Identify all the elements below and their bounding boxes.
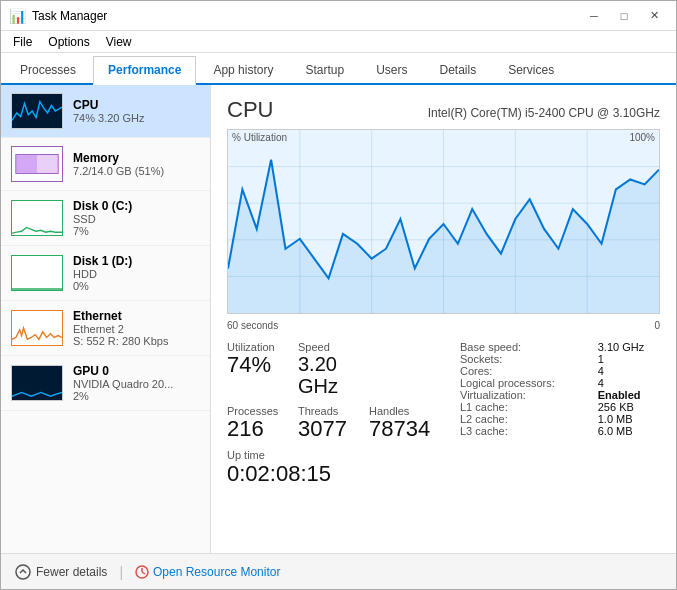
- bottom-left-stats: Utilization 74% Speed 3.20 GHz Processes…: [227, 341, 440, 487]
- footer: Fewer details | Open Resource Monitor: [1, 553, 676, 589]
- processes-stat: Processes 216: [227, 405, 298, 441]
- tab-startup[interactable]: Startup: [290, 56, 359, 83]
- sidebar-item-cpu[interactable]: CPU 74% 3.20 GHz: [1, 85, 210, 138]
- svg-point-11: [16, 565, 30, 579]
- sidebar-item-memory[interactable]: Memory 7.2/14.0 GB (51%): [1, 138, 210, 191]
- speed-value: 3.20 GHz: [298, 353, 369, 397]
- sidebar-item-gpu[interactable]: GPU 0 NVIDIA Quadro 20... 2%: [1, 356, 210, 411]
- cpu-thumbnail: [11, 93, 63, 129]
- menu-file[interactable]: File: [5, 33, 40, 51]
- handles-value: 78734: [369, 417, 440, 441]
- tab-performance[interactable]: Performance: [93, 56, 196, 85]
- base-speed-value: 3.10 GHz: [598, 341, 660, 353]
- ethernet-sub1: Ethernet 2: [73, 323, 200, 335]
- app-icon: 📊: [9, 8, 26, 24]
- base-speed-row: Base speed: 3.10 GHz: [460, 341, 660, 353]
- minimize-button[interactable]: ─: [580, 6, 608, 26]
- l2-row: L2 cache: 1.0 MB: [460, 413, 660, 425]
- virt-label: Virtualization:: [460, 389, 598, 401]
- l3-value: 6.0 MB: [598, 425, 660, 437]
- cpu-chart-svg: [228, 130, 659, 313]
- disk1-sidebar-info: Disk 1 (D:) HDD 0%: [73, 254, 200, 292]
- cpu-sub: 74% 3.20 GHz: [73, 112, 200, 124]
- uptime-section: Up time 0:02:08:15: [227, 449, 440, 487]
- content-area: CPU 74% 3.20 GHz Memory 7.2/14.0 GB (51%…: [1, 85, 676, 553]
- tabs-bar: Processes Performance App history Startu…: [1, 53, 676, 85]
- gpu-sub1: NVIDIA Quadro 20...: [73, 378, 200, 390]
- logical-row: Logical processors: 4: [460, 377, 660, 389]
- right-stats-panel: Base speed: 3.10 GHz Sockets: 1 Cores: 4: [460, 341, 660, 487]
- l2-label: L2 cache:: [460, 413, 598, 425]
- bottom-section: Utilization 74% Speed 3.20 GHz Processes…: [227, 341, 660, 487]
- handles-stat: Handles 78734: [369, 405, 440, 441]
- open-resource-monitor-link[interactable]: Open Resource Monitor: [135, 565, 280, 579]
- memory-sub: 7.2/14.0 GB (51%): [73, 165, 200, 177]
- menu-view[interactable]: View: [98, 33, 140, 51]
- gpu-thumbnail: [11, 365, 63, 401]
- sidebar: CPU 74% 3.20 GHz Memory 7.2/14.0 GB (51%…: [1, 85, 211, 553]
- sockets-row: Sockets: 1: [460, 353, 660, 365]
- memory-sidebar-info: Memory 7.2/14.0 GB (51%): [73, 151, 200, 177]
- close-button[interactable]: ✕: [640, 6, 668, 26]
- gpu-label: GPU 0: [73, 364, 200, 378]
- fewer-details-button[interactable]: Fewer details: [15, 564, 107, 580]
- fewer-details-label: Fewer details: [36, 565, 107, 579]
- task-manager-window: 📊 Task Manager ─ □ ✕ File Options View P…: [0, 0, 677, 590]
- disk0-thumbnail: [11, 200, 63, 236]
- cpu-label: CPU: [73, 98, 200, 112]
- sockets-label: Sockets:: [460, 353, 598, 365]
- svg-rect-1: [16, 155, 37, 174]
- virt-value: Enabled: [598, 389, 660, 401]
- disk0-sidebar-info: Disk 0 (C:) SSD 7%: [73, 199, 200, 237]
- uptime-label: Up time: [227, 449, 440, 461]
- threads-value: 3077: [298, 417, 369, 441]
- cpu-chart: % Utilization 100%: [227, 129, 660, 314]
- menu-bar: File Options View: [1, 31, 676, 53]
- disk1-thumbnail: [11, 255, 63, 291]
- cpu-sidebar-info: CPU 74% 3.20 GHz: [73, 98, 200, 124]
- disk1-sub1: HDD: [73, 268, 200, 280]
- l3-label: L3 cache:: [460, 425, 598, 437]
- title-bar-left: 📊 Task Manager: [9, 8, 107, 24]
- memory-label: Memory: [73, 151, 200, 165]
- utilization-stat: Utilization 74%: [227, 341, 298, 397]
- l1-row: L1 cache: 256 KB: [460, 401, 660, 413]
- l1-label: L1 cache:: [460, 401, 598, 413]
- fewer-details-icon: [15, 564, 31, 580]
- sockets-value: 1: [598, 353, 660, 365]
- cpu-header: CPU Intel(R) Core(TM) i5-2400 CPU @ 3.10…: [227, 97, 660, 123]
- ethernet-sidebar-info: Ethernet Ethernet 2 S: 552 R: 280 Kbps: [73, 309, 200, 347]
- ethernet-thumbnail: [11, 310, 63, 346]
- tab-users[interactable]: Users: [361, 56, 422, 83]
- logical-label: Logical processors:: [460, 377, 598, 389]
- tab-processes[interactable]: Processes: [5, 56, 91, 83]
- right-stats-table: Base speed: 3.10 GHz Sockets: 1 Cores: 4: [460, 341, 660, 437]
- chart-time-right: 0: [654, 320, 660, 331]
- tab-services[interactable]: Services: [493, 56, 569, 83]
- virt-row: Virtualization: Enabled: [460, 389, 660, 401]
- sidebar-item-ethernet[interactable]: Ethernet Ethernet 2 S: 552 R: 280 Kbps: [1, 301, 210, 356]
- sidebar-item-disk1[interactable]: Disk 1 (D:) HDD 0%: [1, 246, 210, 301]
- sidebar-item-disk0[interactable]: Disk 0 (C:) SSD 7%: [1, 191, 210, 246]
- menu-options[interactable]: Options: [40, 33, 97, 51]
- uptime-value: 0:02:08:15: [227, 461, 440, 487]
- memory-thumbnail: [11, 146, 63, 182]
- tab-app-history[interactable]: App history: [198, 56, 288, 83]
- disk0-label: Disk 0 (C:): [73, 199, 200, 213]
- disk1-sub2: 0%: [73, 280, 200, 292]
- ethernet-sub2: S: 552 R: 280 Kbps: [73, 335, 200, 347]
- open-resource-monitor-label: Open Resource Monitor: [153, 565, 280, 579]
- chart-x-max: 100%: [629, 132, 655, 143]
- cpu-panel-title: CPU: [227, 97, 273, 123]
- disk1-label: Disk 1 (D:): [73, 254, 200, 268]
- maximize-button[interactable]: □: [610, 6, 638, 26]
- base-speed-label: Base speed:: [460, 341, 598, 353]
- cpu-model-text: Intel(R) Core(TM) i5-2400 CPU @ 3.10GHz: [428, 106, 660, 120]
- cores-row: Cores: 4: [460, 365, 660, 377]
- tab-details[interactable]: Details: [424, 56, 491, 83]
- processes-value: 216: [227, 417, 298, 441]
- gpu-sidebar-info: GPU 0 NVIDIA Quadro 20... 2%: [73, 364, 200, 402]
- chart-time-left: 60 seconds: [227, 320, 278, 331]
- cores-label: Cores:: [460, 365, 598, 377]
- title-controls: ─ □ ✕: [580, 6, 668, 26]
